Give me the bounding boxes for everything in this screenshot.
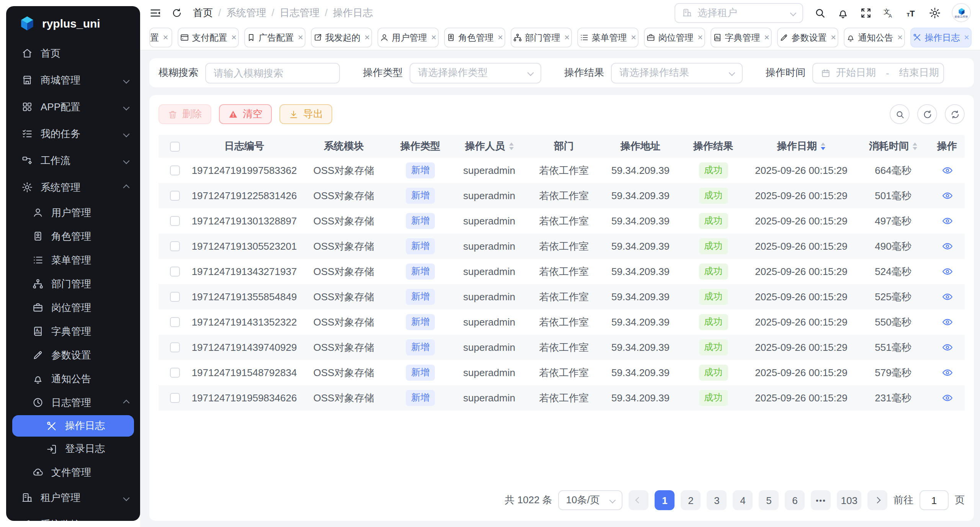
close-icon[interactable]: ✕	[364, 34, 370, 41]
row-checkbox[interactable]	[170, 191, 180, 201]
tab-dept-mgmt[interactable]: 部门管理✕	[511, 28, 572, 47]
page-button-4[interactable]: 4	[733, 490, 753, 510]
close-icon[interactable]: ✕	[297, 34, 303, 41]
sidebar-item-mall[interactable]: 商城管理	[6, 67, 140, 93]
tab-payment-config[interactable]: 支付配置✕	[178, 28, 239, 47]
sidebar-item-post-mgmt[interactable]: 岗位管理	[6, 296, 140, 319]
op-result-select[interactable]: 请选择操作结果	[611, 62, 743, 83]
tenant-select[interactable]: 选择租户	[675, 3, 803, 23]
page-button-2[interactable]: 2	[681, 490, 701, 510]
close-icon[interactable]: ✕	[964, 34, 969, 41]
more-pages-button[interactable]: •••	[811, 490, 831, 510]
clear-button[interactable]: 清空	[219, 104, 272, 124]
sidebar-item-dict-mgmt[interactable]: 字典管理	[6, 319, 140, 343]
sidebar-item-system-monitor[interactable]: 系统监控	[6, 511, 140, 521]
col-duration[interactable]: 消耗时间	[857, 139, 929, 153]
tab-my-initiated[interactable]: 我发起的✕	[311, 28, 372, 47]
fuzzy-search-input[interactable]	[205, 62, 340, 83]
sidebar-item-my-tasks[interactable]: 我的任务	[6, 120, 140, 147]
sidebar-item-menu-mgmt[interactable]: 菜单管理	[6, 248, 140, 272]
sidebar-item-role-mgmt[interactable]: 角色管理	[6, 224, 140, 248]
view-detail-icon[interactable]	[941, 241, 953, 252]
prev-page-button[interactable]	[629, 490, 649, 510]
tab-post-mgmt[interactable]: 岗位管理✕	[644, 28, 705, 47]
table-search-toggle-button[interactable]	[890, 104, 910, 124]
sidebar-item-user-mgmt[interactable]: 用户管理	[6, 201, 140, 224]
tab-role-mgmt[interactable]: 角色管理✕	[444, 28, 505, 47]
page-button-103[interactable]: 103	[837, 490, 861, 510]
sidebar-item-notice[interactable]: 通知公告	[6, 367, 140, 391]
next-page-button[interactable]	[867, 490, 887, 510]
close-icon[interactable]: ✕	[497, 34, 503, 41]
row-checkbox[interactable]	[170, 368, 180, 378]
close-icon[interactable]: ✕	[231, 34, 237, 41]
table-refresh-button[interactable]	[917, 104, 937, 124]
tab-user-mgmt[interactable]: 用户管理✕	[377, 28, 439, 47]
sidebar-item-file-mgmt[interactable]: 文件管理	[6, 460, 140, 484]
view-detail-icon[interactable]	[941, 215, 953, 227]
tab-ad-config[interactable]: 广告配置✕	[244, 28, 305, 47]
fullscreen-button[interactable]	[860, 7, 872, 19]
row-checkbox[interactable]	[170, 165, 180, 175]
breadcrumb-log[interactable]: 日志管理	[280, 6, 320, 20]
sidebar-item-app-config[interactable]: APP配置	[6, 93, 140, 120]
page-button-1[interactable]: 1	[655, 490, 675, 510]
sort-icons[interactable]	[821, 142, 825, 151]
close-icon[interactable]: ✕	[830, 34, 836, 41]
collapse-sidebar-button[interactable]	[149, 7, 162, 19]
tab-param-settings[interactable]: 参数设置✕	[777, 28, 838, 47]
tab-clipped-config[interactable]: 配置✕	[149, 28, 172, 47]
sidebar-item-param-settings[interactable]: 参数设置	[6, 343, 140, 367]
row-checkbox[interactable]	[170, 342, 180, 352]
page-button-6[interactable]: 6	[785, 490, 805, 510]
refresh-page-button[interactable]	[172, 7, 182, 18]
tab-menu-mgmt[interactable]: 菜单管理✕	[577, 28, 639, 47]
tab-notice[interactable]: 通知公告✕	[844, 28, 905, 47]
row-checkbox[interactable]	[170, 216, 180, 226]
user-avatar[interactable]: 若依工作室	[952, 3, 971, 22]
close-icon[interactable]: ✕	[431, 34, 436, 41]
sidebar-item-log-mgmt[interactable]: 日志管理	[6, 391, 140, 414]
col-date[interactable]: 操作日期	[746, 139, 857, 153]
goto-page-input[interactable]	[920, 490, 949, 510]
delete-button[interactable]: 删除	[158, 104, 211, 124]
op-type-select[interactable]: 请选择操作类型	[410, 62, 541, 83]
page-button-5[interactable]: 5	[759, 490, 779, 510]
tab-dict-mgmt[interactable]: 字典管理✕	[710, 28, 772, 47]
row-checkbox[interactable]	[170, 292, 180, 302]
view-detail-icon[interactable]	[941, 316, 953, 328]
close-icon[interactable]: ✕	[630, 34, 636, 41]
sidebar-item-home[interactable]: 首页	[6, 40, 140, 67]
sidebar-item-dept-mgmt[interactable]: 部门管理	[6, 272, 140, 296]
page-size-select[interactable]: 10条/页	[559, 490, 623, 510]
select-all-checkbox[interactable]	[170, 141, 180, 151]
view-detail-icon[interactable]	[941, 367, 953, 378]
font-size-button[interactable]	[906, 7, 918, 19]
breadcrumb-home[interactable]: 首页	[193, 6, 213, 20]
row-checkbox[interactable]	[170, 267, 180, 277]
date-range-picker[interactable]: 开始日期 - 结束日期	[812, 62, 944, 83]
sort-icons[interactable]	[509, 142, 513, 151]
breadcrumb-system[interactable]: 系统管理	[226, 6, 266, 20]
close-icon[interactable]: ✕	[697, 34, 703, 41]
view-detail-icon[interactable]	[941, 291, 953, 303]
view-detail-icon[interactable]	[941, 190, 953, 201]
col-operator[interactable]: 操作人员	[451, 139, 528, 153]
language-button[interactable]	[883, 7, 895, 19]
close-icon[interactable]: ✕	[764, 34, 769, 41]
sidebar-item-system[interactable]: 系统管理	[6, 174, 140, 201]
sidebar-item-operation-log[interactable]: 操作日志	[12, 415, 134, 437]
close-icon[interactable]: ✕	[163, 34, 168, 41]
view-detail-icon[interactable]	[941, 342, 953, 353]
page-button-3[interactable]: 3	[707, 490, 727, 510]
search-button[interactable]	[814, 7, 826, 19]
sidebar-item-login-log[interactable]: 登录日志	[6, 437, 140, 460]
view-detail-icon[interactable]	[941, 266, 953, 277]
view-detail-icon[interactable]	[941, 165, 953, 176]
notifications-button[interactable]	[837, 7, 849, 19]
view-detail-icon[interactable]	[941, 392, 953, 404]
sidebar-item-workflow[interactable]: 工作流	[6, 147, 140, 174]
table-sync-button[interactable]	[945, 104, 965, 124]
close-icon[interactable]: ✕	[897, 34, 903, 41]
tab-operation-log[interactable]: 操作日志✕	[910, 28, 972, 47]
